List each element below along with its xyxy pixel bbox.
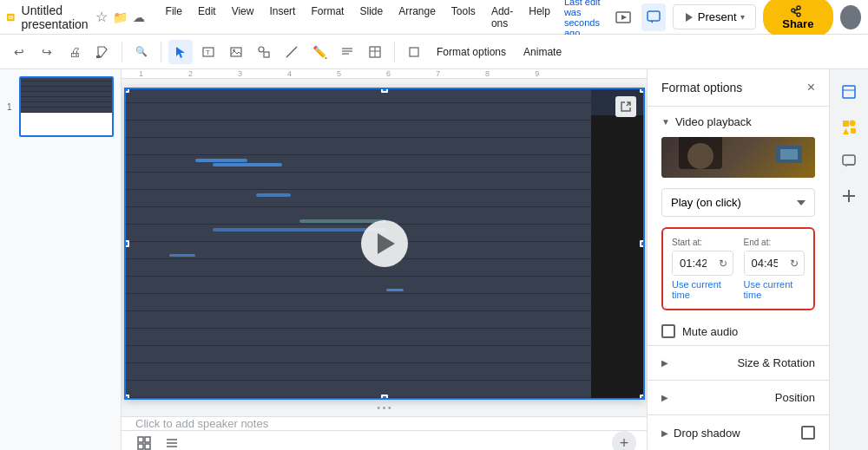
add-panel-icon[interactable]	[833, 180, 865, 212]
table-icon[interactable]	[363, 40, 387, 64]
end-time-col: End at: ↻ Use current time	[744, 238, 806, 300]
share-button[interactable]: Share	[763, 0, 833, 36]
external-link-icon[interactable]	[615, 96, 636, 117]
end-time-input-wrap: ↻	[744, 251, 806, 276]
position-header[interactable]: ▶ Position	[648, 381, 829, 414]
end-time-refresh-button[interactable]: ↻	[785, 258, 804, 270]
time-controls: Start at: ↻ Use current time End at: ↻ U…	[661, 227, 815, 310]
cloud-icon[interactable]: ☁	[133, 10, 145, 24]
drop-shadow-section: ▶ Drop shadow	[648, 414, 829, 450]
undo-icon[interactable]: ↩	[7, 40, 31, 64]
text-box-icon[interactable]: T	[196, 40, 220, 64]
main-content: 1 1 2 3 4 5 6 7 8 9	[0, 69, 868, 450]
separator-3	[394, 42, 395, 62]
mute-audio-label: Mute audio	[682, 325, 738, 338]
menu-slide[interactable]: Slide	[352, 2, 390, 33]
svg-rect-2	[9, 16, 10, 16]
right-side-panel-icons	[829, 69, 868, 450]
chevron-right-size-icon: ▶	[661, 358, 668, 368]
paint-format-icon[interactable]	[90, 40, 115, 64]
svg-marker-7	[650, 21, 653, 23]
shapes-panel-icon[interactable]	[833, 111, 865, 142]
use-current-start-link[interactable]: Use current time	[672, 279, 733, 300]
paragraph-icon[interactable]	[335, 40, 359, 64]
title-icons: ☆ 📁 ☁	[95, 9, 145, 25]
svg-rect-26	[145, 437, 150, 442]
chevron-right-position-icon: ▶	[661, 393, 668, 402]
grid-view-icon[interactable]	[132, 431, 156, 450]
user-avatar[interactable]	[840, 5, 861, 29]
play-triangle-icon	[378, 233, 395, 254]
menu-tools[interactable]: Tools	[444, 2, 483, 33]
cursor-icon[interactable]	[168, 40, 193, 64]
bottom-left-buttons	[132, 431, 184, 450]
size-rotation-section: ▶ Size & Rotation	[648, 345, 829, 380]
svg-rect-13	[231, 48, 241, 56]
menu-addons[interactable]: Add-ons	[484, 2, 520, 33]
menu-arrange[interactable]: Arrange	[391, 2, 443, 33]
play-button-overlay[interactable]	[361, 220, 408, 267]
mute-audio-checkbox[interactable]	[661, 324, 675, 338]
drop-shadow-header[interactable]: ▶ Drop shadow	[648, 415, 829, 450]
menu-view[interactable]: View	[225, 2, 261, 33]
use-current-end-link[interactable]: Use current time	[744, 279, 806, 300]
svg-rect-38	[843, 155, 855, 165]
list-view-icon[interactable]	[160, 431, 184, 450]
slide-thumbnail-1[interactable]	[19, 76, 114, 137]
resize-handle[interactable]: • • •	[122, 400, 647, 416]
ruler-mark-4: 4	[287, 69, 292, 78]
top-right-buttons: Present ▾ Share	[611, 0, 861, 36]
star-icon[interactable]: ☆	[95, 9, 108, 25]
comments-panel-icon[interactable]	[833, 146, 865, 177]
video-playback-section-header[interactable]: ▼ Video playback	[648, 107, 829, 137]
shapes-icon[interactable]	[252, 40, 276, 64]
slideshow-icon[interactable]	[611, 3, 635, 31]
svg-point-15	[259, 47, 264, 52]
video-sidebar	[591, 89, 643, 398]
svg-rect-3	[9, 17, 12, 18]
animate-button[interactable]: Animate	[516, 42, 569, 62]
add-slide-button[interactable]: +	[612, 431, 636, 450]
start-time-input[interactable]	[673, 251, 713, 275]
drop-shadow-checkbox[interactable]	[801, 426, 815, 440]
playback-select[interactable]: Play (on click) Play (automatically) Pla…	[661, 188, 815, 217]
ruler-mark-1: 1	[139, 69, 143, 78]
pen-icon[interactable]: ✏️	[307, 40, 332, 64]
zoom-icon[interactable]: 🔍	[129, 40, 154, 64]
menu-insert[interactable]: Insert	[262, 2, 302, 33]
speaker-notes[interactable]: Click to add speaker notes	[122, 416, 647, 430]
slides-panel-icon[interactable]	[833, 76, 865, 108]
chevron-right-shadow-icon: ▶	[661, 428, 668, 438]
start-time-refresh-button[interactable]: ↻	[713, 258, 733, 270]
position-section: ▶ Position	[648, 380, 829, 414]
menu-edit[interactable]: Edit	[191, 2, 223, 33]
video-element[interactable]: MIDI Editor - Drums 1 00:14:0 03:00:0	[126, 89, 643, 398]
redo-icon[interactable]: ↪	[35, 40, 59, 64]
expand-icon[interactable]	[402, 40, 426, 64]
start-time-col: Start at: ↻ Use current time	[672, 238, 733, 300]
ruler-mark-8: 8	[485, 69, 490, 78]
panel-close-button[interactable]: ×	[807, 80, 815, 95]
end-time-input[interactable]	[745, 251, 786, 275]
svg-rect-34	[843, 121, 849, 127]
svg-text:T: T	[206, 49, 210, 56]
menu-format[interactable]: Format	[304, 2, 351, 33]
size-rotation-header[interactable]: ▶ Size & Rotation	[648, 346, 829, 380]
ruler-mark-9: 9	[535, 69, 539, 78]
menu-help[interactable]: Help	[522, 2, 557, 33]
comment-icon[interactable]	[641, 3, 665, 31]
present-button[interactable]: Present ▾	[673, 4, 756, 29]
line-icon[interactable]	[279, 40, 304, 64]
panel-header: Format options ×	[648, 69, 829, 107]
video-main-area	[126, 89, 591, 398]
menu-file[interactable]: File	[159, 2, 189, 33]
horizontal-ruler: 1 2 3 4 5 6 7 8 9	[122, 69, 647, 79]
start-time-input-wrap: ↻	[672, 251, 733, 276]
print-icon[interactable]: 🖨	[62, 40, 87, 64]
folder-icon[interactable]: 📁	[113, 10, 128, 24]
end-at-label: End at:	[744, 238, 806, 247]
svg-rect-27	[138, 444, 143, 449]
slides-app-icon	[7, 7, 15, 28]
format-options-button[interactable]: Format options	[430, 42, 513, 62]
image-icon[interactable]	[224, 40, 248, 64]
